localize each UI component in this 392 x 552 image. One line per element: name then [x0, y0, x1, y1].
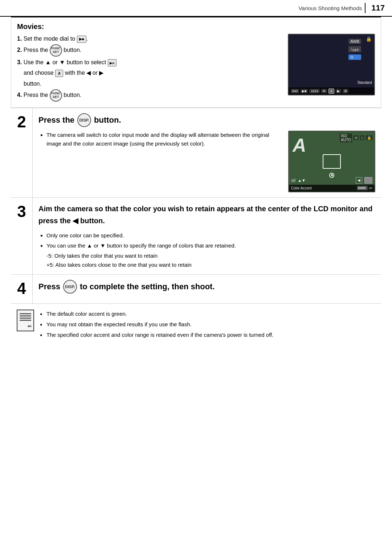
arrow-left-icon: ◀: [86, 70, 91, 76]
step-2-image: A ISOAUTO ⊙ □ 🔒: [288, 131, 375, 192]
step-3-number-cell: 3: [11, 198, 33, 275]
note-line-3: [20, 318, 31, 319]
note-line-4: [20, 320, 31, 321]
arrow-right-icon: ▶: [99, 70, 103, 76]
step-3-bullet-1: Only one color can be specified.: [46, 231, 375, 240]
movies-title: Movies:: [17, 23, 375, 31]
step-3-number: 3: [17, 204, 26, 220]
movies-steps: 1. Set the mode dial to ▶■. 2. Press the…: [17, 34, 281, 102]
cam-1024: 1024: [309, 89, 319, 93]
movies-body: 1. Set the mode dial to ▶■. 2. Press the…: [17, 34, 375, 102]
lock-icon: 🔒: [366, 36, 372, 42]
step-4-number: 4: [17, 281, 26, 297]
step-3-content: Aim the camera so that the color you wis…: [33, 198, 381, 275]
step-2-text: The camera will switch to color input mo…: [38, 131, 281, 150]
step-4-header: Press DISP. to complete the setting, the…: [38, 280, 375, 294]
step-2-header: Press the DISP. button.: [38, 113, 375, 127]
note-line-2: [20, 315, 31, 316]
step-4-number-cell: 4: [11, 275, 33, 303]
color-accent-select-icon: A: [55, 70, 63, 77]
movies-step5: 4. Press the FUNCSET button.: [17, 89, 281, 102]
cam2-left-arrow-box: ◀: [356, 177, 362, 184]
note-bullet-1: The default color accent is green.: [40, 310, 273, 319]
cam2-top-icons: ISOAUTO ⊙ □ 🔒: [340, 134, 372, 142]
cam-mail: ✉: [321, 89, 327, 93]
arrow-down-icon: ▼: [59, 59, 65, 65]
step-3-bullet-2: You can use the ▲ or ▼ button to specify…: [46, 241, 375, 250]
note-line-1: [20, 313, 31, 314]
step-2-body: The camera will switch to color input mo…: [38, 131, 375, 192]
step-4-title-post: to complete the setting, then shoot.: [80, 282, 215, 291]
cam-menu-flash: ↓OFF: [348, 46, 361, 52]
cam2-target-inner: [331, 174, 333, 176]
step-3-note-plus5: +5: Also takes colors close to the one t…: [38, 261, 375, 270]
func-set-button2: FUNCSET: [50, 89, 62, 102]
movies-section: Movies: 1. Set the mode dial to ▶■. 2. P…: [11, 17, 381, 108]
step-2-row: 2 Press the DISP. button. The camera wil…: [11, 108, 381, 197]
cam-bottom-bar: 640 ▶■ 1024 ✉ A ▶ ⚙: [289, 87, 374, 95]
select-mode-icon: ▶A: [108, 59, 117, 66]
cam2-pm-value: ±0: [291, 178, 295, 183]
step-2-title-post: button.: [94, 115, 121, 125]
cam-movie2: ▶: [336, 89, 341, 93]
func-set-button: FUNCSET: [50, 44, 62, 57]
cam2-lock: 🔒: [366, 135, 372, 140]
disp-button-step4: DISP.: [63, 280, 77, 294]
section-title: Various Shooting Methods: [298, 5, 362, 11]
cam-standard-label: Standard: [357, 81, 372, 85]
cam2-circle: ⊙: [354, 135, 359, 140]
pencil-icon: ✏: [28, 323, 32, 329]
movies-camera-screen: 🔒 AWB ↓OFF ⊙ Standard 640 ▶■ 1024 ✉: [288, 34, 375, 95]
note-icon-lines: [20, 313, 31, 321]
step-3-title: Aim the camera so that the color you wis…: [38, 203, 375, 270]
cam-movie: ▶■: [301, 89, 308, 93]
header-divider: [365, 3, 366, 13]
note-bullet-2: You may not obtain the expected results …: [40, 320, 273, 329]
cam2-iso: ISOAUTO: [340, 134, 352, 142]
cam-640: 640: [291, 89, 299, 93]
step-2-content: Press the DISP. button. The camera will …: [33, 108, 381, 197]
page-header: Various Shooting Methods 117: [0, 0, 392, 17]
arrow-up-icon: ▲: [45, 59, 51, 65]
movies-step2: 2. Press the FUNCSET button.: [17, 44, 281, 57]
step-3-bullets: Only one color can be specified. You can…: [38, 231, 375, 250]
cam-screen-1: 🔒 AWB ↓OFF ⊙ Standard 640 ▶■ 1024 ✉: [288, 34, 375, 95]
step-2-bullets: The camera will switch to color input mo…: [38, 131, 281, 148]
step-2-number-cell: 2: [11, 108, 33, 197]
step-4-row: 4 Press DISP. to complete the setting, t…: [11, 274, 381, 303]
cam-menu-icons: AWB ↓OFF ⊙: [348, 39, 361, 60]
step-4-title-pre: Press: [38, 282, 60, 291]
cam-menu-selected: ⊙: [348, 54, 361, 60]
notes-section: ✏ The default color accent is green. You…: [11, 303, 381, 347]
cam2-second-row: ±0 ▲▼ ◀: [289, 177, 375, 184]
note-icon: ✏: [17, 310, 34, 331]
step-3-heading: Aim the camera so that the color you wis…: [38, 203, 375, 227]
cam2-color-accent-label: Color Accent: [291, 186, 312, 190]
movies-step4b: button.: [17, 79, 281, 89]
movies-step3: 3. Use the ▲ or ▼ button to select ▶A: [17, 57, 281, 67]
cam-menu-awb: AWB: [348, 39, 361, 44]
movie-mode-icon: ▶■: [77, 36, 86, 43]
note-bullet-3: The specified color accent and color ran…: [40, 331, 273, 340]
main-content: Movies: 1. Set the mode dial to ▶■. 2. P…: [0, 17, 392, 358]
disp-button-step2: DISP.: [77, 113, 91, 127]
cam2-big-a: A: [293, 134, 306, 156]
cam2-color-box: [364, 177, 372, 184]
cam2-focus-box: [323, 154, 341, 169]
movies-step4: and choose A with the ◀ or ▶: [17, 68, 281, 78]
cam-screen-2: A ISOAUTO ⊙ □ 🔒: [288, 131, 375, 192]
note-bullets: The default color accent is green. You m…: [40, 310, 273, 341]
step-2-title-pre: Press the: [38, 115, 74, 125]
step-2-bullet-1: The camera will switch to color input mo…: [46, 131, 281, 148]
step-3-row: 3 Aim the camera so that the color you w…: [11, 197, 381, 275]
cam2-bottom-right: DISP. ↩: [357, 186, 372, 191]
cam2-return-icon: ↩: [369, 186, 372, 191]
step-2-number: 2: [17, 114, 26, 130]
cam-color-accent: A: [328, 89, 335, 94]
movies-step1: 1. Set the mode dial to ▶■.: [17, 34, 281, 44]
cam2-bottom-bar: Color Accent DISP. ↩: [289, 185, 375, 192]
step-4-content: Press DISP. to complete the setting, the…: [33, 275, 381, 303]
page-number: 117: [371, 3, 385, 13]
step-3-note-minus5: -5: Only takes the color that you want t…: [38, 252, 375, 261]
cam2-square: □: [360, 135, 364, 140]
